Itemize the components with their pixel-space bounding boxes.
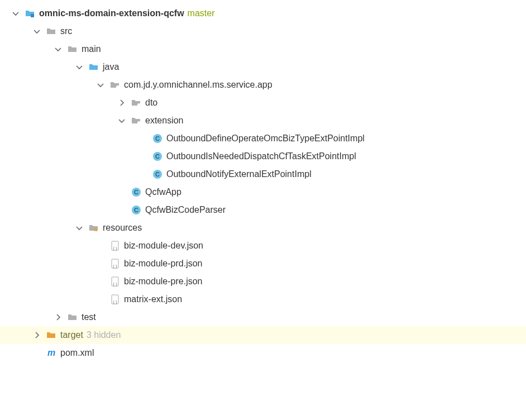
- class-icon: [152, 133, 163, 144]
- class-icon: [152, 169, 163, 180]
- folder-label: test: [82, 312, 96, 322]
- tree-item-package[interactable]: com.jd.y.omnichannel.ms.service.app: [0, 76, 526, 94]
- folder-icon: [46, 26, 57, 37]
- package-icon: [131, 97, 142, 108]
- tree-item-file[interactable]: biz-module-dev.json: [0, 237, 526, 255]
- package-icon: [109, 79, 121, 90]
- folder-label: resources: [103, 223, 142, 233]
- tree-item-resources[interactable]: resources: [0, 219, 526, 237]
- tree-item-extension[interactable]: extension: [0, 112, 526, 130]
- tree-item-file[interactable]: biz-module-prd.json: [0, 255, 526, 273]
- chevron-right-icon[interactable]: [31, 330, 42, 341]
- tree-item-class[interactable]: QcfwApp: [0, 183, 526, 201]
- chevron-down-icon[interactable]: [95, 79, 106, 90]
- package-icon: [131, 115, 142, 126]
- package-label: extension: [145, 116, 184, 126]
- chevron-down-icon[interactable]: [74, 222, 85, 233]
- chevron-right-icon[interactable]: [116, 97, 127, 108]
- class-icon: [131, 187, 142, 198]
- json-file-icon: [109, 276, 121, 287]
- vcs-branch: master: [188, 8, 215, 18]
- hidden-count: 3 hidden: [87, 330, 121, 340]
- tree-item-pom[interactable]: pom.xml: [0, 344, 526, 362]
- class-label: QcfwApp: [145, 187, 181, 197]
- tree-item-root[interactable]: omnic-ms-domain-extension-qcfw master: [0, 4, 526, 22]
- chevron-down-icon[interactable]: [74, 61, 85, 73]
- tree-item-file[interactable]: matrix-ext.json: [0, 290, 526, 308]
- class-label: OutboundIsNeededDispatchCfTaskExtPointIm…: [166, 151, 356, 161]
- chevron-down-icon[interactable]: [52, 44, 64, 55]
- module-icon: [25, 8, 36, 19]
- tree-item-file[interactable]: biz-module-pre.json: [0, 273, 526, 290]
- json-file-icon: [109, 258, 121, 269]
- folder-label: main: [82, 44, 101, 54]
- class-icon: [131, 204, 142, 216]
- class-label: QcfwBizCodeParser: [145, 205, 226, 215]
- chevron-down-icon[interactable]: [116, 115, 127, 126]
- project-tree: omnic-ms-domain-extension-qcfw master sr…: [0, 0, 526, 366]
- folder-icon: [67, 44, 78, 55]
- file-label: biz-module-prd.json: [124, 259, 203, 269]
- folder-label: src: [60, 26, 72, 36]
- tree-item-src[interactable]: src: [0, 22, 526, 40]
- tree-item-main[interactable]: main: [0, 40, 526, 58]
- package-label: com.jd.y.omnichannel.ms.service.app: [124, 80, 272, 90]
- tree-item-java[interactable]: java: [0, 58, 526, 76]
- folder-label: java: [103, 62, 119, 72]
- file-label: pom.xml: [60, 348, 94, 358]
- file-label: matrix-ext.json: [124, 294, 182, 304]
- class-icon: [152, 151, 163, 162]
- file-label: biz-module-pre.json: [124, 276, 203, 287]
- folder-label: target: [60, 330, 83, 340]
- tree-item-class[interactable]: OutboundDefineOperateOmcBizTypeExtPointI…: [0, 130, 526, 147]
- chevron-right-icon[interactable]: [52, 312, 64, 323]
- json-file-icon: [109, 294, 121, 305]
- resources-folder-icon: [88, 222, 99, 233]
- maven-icon: [46, 347, 57, 359]
- folder-icon: [67, 312, 78, 323]
- tree-item-dto[interactable]: dto: [0, 94, 526, 112]
- class-label: OutboundNotifyExternalExtPointImpl: [166, 169, 312, 179]
- tree-item-class[interactable]: OutboundIsNeededDispatchCfTaskExtPointIm…: [0, 147, 526, 165]
- chevron-down-icon[interactable]: [31, 26, 42, 37]
- project-name: omnic-ms-domain-extension-qcfw: [39, 8, 184, 18]
- tree-item-target[interactable]: target 3 hidden: [0, 326, 526, 344]
- tree-item-class[interactable]: OutboundNotifyExternalExtPointImpl: [0, 165, 526, 183]
- tree-item-class[interactable]: QcfwBizCodeParser: [0, 201, 526, 219]
- package-label: dto: [145, 98, 157, 108]
- excluded-folder-icon: [46, 330, 57, 341]
- source-folder-icon: [88, 61, 99, 73]
- chevron-down-icon[interactable]: [10, 8, 21, 19]
- tree-item-test[interactable]: test: [0, 308, 526, 326]
- file-label: biz-module-dev.json: [124, 241, 203, 251]
- json-file-icon: [109, 240, 121, 251]
- class-label: OutboundDefineOperateOmcBizTypeExtPointI…: [166, 133, 365, 144]
